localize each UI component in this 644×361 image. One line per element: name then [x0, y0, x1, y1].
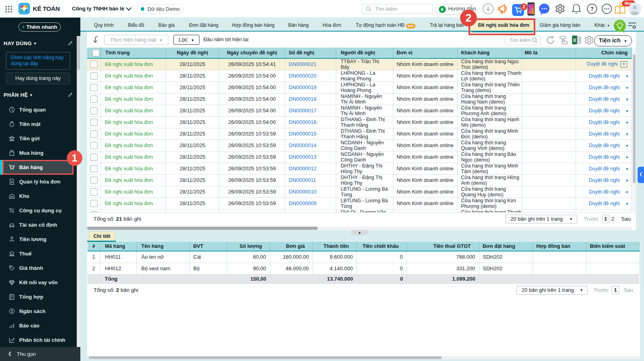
svg-text:2: 2	[522, 4, 525, 10]
svg-text:?: ?	[590, 6, 594, 12]
svg-text:X: X	[573, 38, 576, 43]
